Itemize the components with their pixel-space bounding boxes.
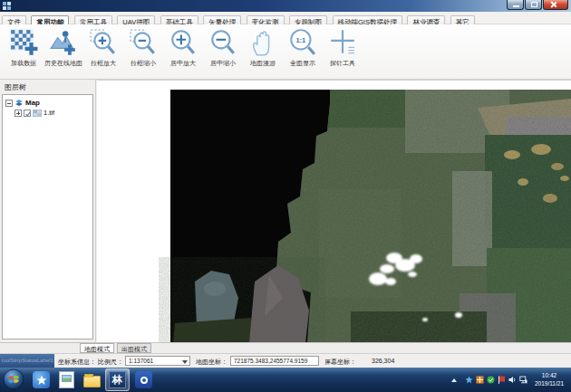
screen-coordinate-value: 326,304 (372, 358, 394, 364)
pan-hand-icon (248, 28, 277, 57)
center-zoom-in-icon (169, 28, 198, 57)
start-button[interactable] (3, 368, 24, 390)
view-mode-tab-bar: 地图模式 出图模式 (0, 342, 571, 353)
history-online-map-button[interactable]: 历史在线地图 (44, 26, 83, 79)
layer-node-label: 1.tif (44, 109, 54, 117)
tree-node-layer[interactable]: 1.tif (5, 108, 92, 118)
tool-label: 地图漫游 (250, 59, 276, 68)
chevron-down-icon (182, 360, 188, 364)
ribbon-tab-bar: 文件 常用功能 常用工具 UAV拼图 基础工具 矢量处理 变化监测 专题制图 移… (0, 12, 571, 24)
tray-expand-icon[interactable] (451, 378, 457, 382)
map-pan-button[interactable]: 地图漫游 (243, 26, 283, 79)
check-icon (24, 110, 32, 118)
tree-node-map[interactable]: Map (5, 98, 92, 108)
taskbar-app-forest-gis[interactable]: 林 (105, 368, 130, 391)
map-mode-tab[interactable]: 地图模式 (80, 343, 114, 353)
forest-gis-icon: 林 (109, 371, 126, 388)
tool-label: 加载数据 (11, 59, 36, 68)
tool-label: 历史在线地图 (44, 59, 82, 68)
map-node-label: Map (25, 99, 40, 107)
tool-label: 居中放大 (170, 59, 196, 68)
screen-coordinate-label: 屏幕坐标： (324, 358, 356, 367)
one-to-one-badge: 1:1 (295, 36, 305, 44)
map-layers-icon (15, 99, 24, 107)
full-extent-button[interactable]: 1:1 全图显示 (283, 26, 323, 79)
coordinate-system-label: 坐标系信息： (58, 358, 96, 367)
box-zoom-in-icon (89, 28, 118, 57)
collapse-expander-icon[interactable] (5, 100, 13, 107)
box-zoom-out-icon (129, 28, 158, 57)
tool-label: 居中缩小 (210, 59, 236, 68)
app-icon (3, 2, 11, 10)
probe-tool-icon (328, 28, 357, 57)
tray-network-icon[interactable] (519, 376, 527, 384)
layout-mode-tab[interactable]: 出图模式 (117, 343, 151, 353)
map-coordinate-label: 地图坐标： (196, 358, 227, 367)
taskbar-app-o[interactable] (131, 368, 156, 391)
clock-date: 2019/11/21 (530, 379, 568, 387)
tray-speaker-icon[interactable] (508, 376, 517, 384)
load-data-icon (9, 28, 38, 57)
tray-grid-icon[interactable] (476, 376, 484, 384)
taskbar-app-image-viewer[interactable] (54, 368, 79, 391)
tool-label: 全图显示 (290, 59, 315, 68)
raster-layer-icon (33, 110, 42, 117)
star-messenger-icon (33, 371, 50, 388)
center-zoom-in-button[interactable]: 居中放大 (163, 26, 203, 79)
expand-expander-icon[interactable] (15, 110, 22, 117)
tray-star-icon[interactable] (465, 376, 473, 384)
scale-label: 比例尺： (98, 358, 123, 367)
load-data-button[interactable]: 加载数据 (4, 26, 44, 79)
tool-label: 拉框放大 (91, 59, 116, 68)
taskbar-app-file-explorer[interactable] (80, 368, 104, 391)
center-zoom-out-icon (208, 28, 237, 57)
application-window: 文件 常用功能 常用工具 UAV拼图 基础工具 矢量处理 变化监测 专题制图 移… (0, 0, 571, 392)
windows-taskbar: 林 (0, 368, 571, 392)
layer-panel: 图层树 Map (0, 80, 96, 342)
layer-tree: Map 1.tif (2, 94, 93, 339)
scale-value: 1:137061 (129, 358, 153, 364)
taskbar-app-star-messenger[interactable] (29, 368, 53, 391)
tool-label: 探针工具 (330, 59, 355, 68)
taskbar-clock[interactable]: 10:42 2019/11/21 (530, 371, 568, 387)
maximize-button[interactable] (525, 0, 542, 10)
layer-visibility-checkbox[interactable] (24, 110, 31, 117)
detached-imagery-patches (173, 265, 311, 343)
system-tray (451, 376, 527, 384)
history-online-map-icon (49, 28, 78, 57)
status-bar: toolStripStatusLabel1 坐标系信息： 比例尺： 1:1370… (0, 353, 571, 368)
tray-flag-icon[interactable] (498, 376, 506, 384)
tray-green-icon[interactable] (487, 376, 495, 384)
o-app-icon (135, 371, 152, 388)
folder-icon (83, 376, 101, 387)
center-zoom-out-button[interactable]: 居中缩小 (203, 26, 243, 79)
map-coordinate-value: 721875.3483,2455774.9159 (234, 358, 307, 364)
ribbon-toolbar: 加载数据 历史在线地图 拉框放大 (0, 24, 571, 80)
full-extent-icon: 1:1 (288, 28, 317, 57)
close-button[interactable] (543, 0, 568, 10)
box-zoom-in-button[interactable]: 拉框放大 (83, 26, 123, 79)
tool-label: 拉框缩小 (131, 59, 156, 68)
status-strip-label-area: toolStripStatusLabel1 (0, 354, 54, 368)
map-coordinate-field[interactable]: 721875.3483,2455774.9159 (230, 356, 319, 366)
layer-panel-title: 图层树 (0, 80, 95, 92)
minimize-button[interactable] (507, 0, 524, 10)
satellite-raster-image[interactable] (97, 81, 571, 343)
map-canvas[interactable] (97, 80, 571, 342)
probe-tool-button[interactable]: 探针工具 (323, 26, 363, 79)
clock-time: 10:42 (530, 371, 568, 379)
scale-combo[interactable]: 1:137061 (125, 356, 190, 366)
box-zoom-out-button[interactable]: 拉框缩小 (123, 26, 163, 79)
title-bar (0, 0, 571, 12)
faint-status-label: toolStripStatusLabel1 (0, 354, 54, 363)
image-viewer-icon (59, 371, 74, 388)
